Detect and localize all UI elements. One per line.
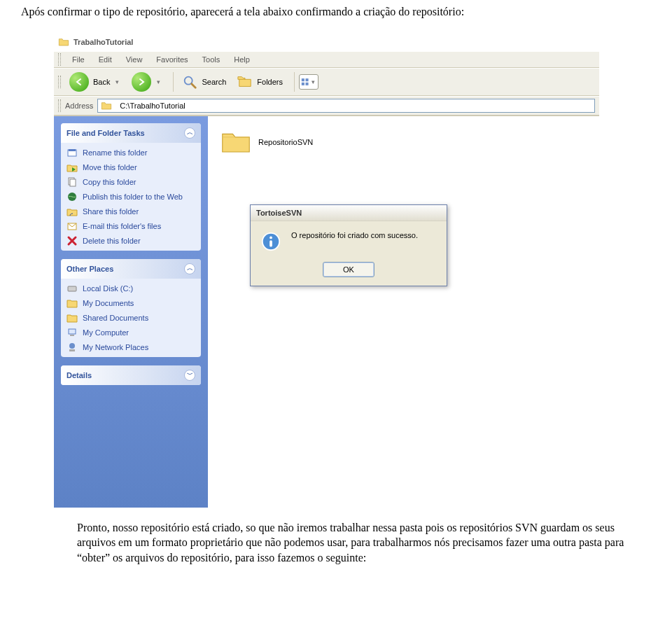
search-button[interactable]: Search: [178, 73, 230, 91]
dialog-body: O repositório foi criado com sucesso.: [251, 221, 447, 258]
folders-label: Folders: [257, 78, 283, 86]
place-shared-documents[interactable]: Shared Documents: [66, 312, 195, 323]
address-path: C:\TrabalhoTutorial: [120, 102, 185, 110]
disk-icon: [66, 283, 78, 294]
svg-point-15: [69, 343, 75, 349]
folder-icon: [66, 312, 78, 323]
forward-arrow-icon: [132, 72, 151, 92]
place-label: My Documents: [83, 299, 134, 307]
menu-favorites[interactable]: Favorites: [149, 54, 195, 65]
address-bar: Address C:\TrabalhoTutorial: [54, 96, 599, 116]
chevron-up-icon[interactable]: ︿: [184, 263, 195, 274]
toolbar-grip-icon: [58, 76, 61, 88]
place-my-computer[interactable]: My Computer: [66, 327, 195, 338]
panel-body: Rename this folder Move this folder Copy…: [61, 143, 201, 251]
rename-icon: [66, 147, 78, 158]
toolbar-grip-icon: [58, 53, 61, 66]
task-label: Copy this folder: [83, 178, 136, 186]
ok-button[interactable]: OK: [323, 262, 374, 277]
address-input[interactable]: C:\TrabalhoTutorial: [97, 99, 595, 113]
panel-header[interactable]: File and Folder Tasks ︿: [61, 123, 201, 143]
chevron-down-icon[interactable]: ﹀: [184, 370, 195, 381]
place-label: My Computer: [83, 328, 129, 337]
svg-rect-12: [68, 286, 76, 291]
svg-rect-16: [69, 349, 75, 351]
copy-icon: [66, 176, 78, 188]
views-button[interactable]: ▾: [299, 74, 318, 90]
panel-header[interactable]: Other Places ︿: [61, 259, 201, 279]
file-pane[interactable]: RepositorioSVN TortoiseSVN O repositório…: [208, 116, 599, 508]
menubar: File Edit View Favorites Tools Help: [54, 51, 599, 68]
task-share[interactable]: Share this folder: [66, 206, 195, 217]
folders-button[interactable]: Folders: [233, 73, 287, 91]
svg-rect-7: [69, 149, 76, 151]
panel-body: Local Disk (C:) My Documents Shared Docu…: [61, 279, 201, 357]
svg-line-1: [192, 83, 196, 88]
svg-rect-9: [70, 179, 76, 186]
task-copy[interactable]: Copy this folder: [66, 176, 195, 188]
mail-icon: [66, 221, 78, 232]
chevron-up-icon[interactable]: ︿: [184, 127, 195, 139]
place-local-disk[interactable]: Local Disk (C:): [66, 283, 195, 294]
views-icon: [301, 77, 310, 87]
magnifier-icon: [182, 74, 197, 90]
task-email[interactable]: E-mail this folder's files: [66, 221, 195, 232]
task-label: Share this folder: [83, 207, 139, 216]
folders-icon: [237, 74, 253, 90]
menu-view[interactable]: View: [119, 54, 150, 65]
task-label: Move this folder: [83, 163, 137, 172]
delete-icon: [66, 235, 78, 246]
dropdown-icon[interactable]: ▾: [155, 78, 162, 85]
folder-name: RepositorioSVN: [258, 138, 313, 146]
doc-body-paragraph: Pronto, nosso repositório está criado, s…: [0, 513, 672, 573]
place-my-documents[interactable]: My Documents: [66, 298, 195, 309]
folder-icon: [66, 298, 78, 309]
explorer-sidebar: File and Folder Tasks ︿ Rename this fold…: [54, 116, 208, 508]
task-label: Publish this folder to the Web: [83, 193, 183, 201]
back-label: Back: [93, 78, 110, 86]
task-label: Rename this folder: [83, 148, 147, 157]
panel-file-folder-tasks: File and Folder Tasks ︿ Rename this fold…: [61, 123, 201, 251]
svg-rect-20: [270, 240, 272, 246]
panel-title: Other Places: [66, 265, 113, 273]
menu-edit[interactable]: Edit: [92, 54, 119, 65]
dialog-titlebar: TortoiseSVN: [251, 205, 447, 221]
dropdown-icon[interactable]: ▾: [114, 78, 120, 85]
explorer-window: TrabalhoTutorial File Edit View Favorite…: [53, 32, 599, 508]
task-publish[interactable]: Publish this folder to the Web: [66, 191, 195, 202]
navigation-toolbar: Back ▾ ▾ Search Folders: [54, 68, 599, 96]
info-icon: [260, 231, 281, 252]
svg-rect-13: [69, 329, 76, 334]
folder-icon: [58, 37, 69, 47]
menu-file[interactable]: File: [65, 54, 92, 65]
task-delete[interactable]: Delete this folder: [66, 235, 195, 246]
dialog-message: O repositório foi criado com sucesso.: [291, 231, 418, 239]
place-label: Local Disk (C:): [83, 284, 133, 293]
panel-title: Details: [66, 371, 92, 379]
svg-point-19: [270, 236, 272, 239]
svg-rect-3: [306, 78, 309, 81]
dialog-button-row: OK: [251, 258, 447, 286]
search-label: Search: [202, 78, 226, 86]
tortoisesvn-dialog: TortoiseSVN O repositório foi criado com…: [250, 204, 447, 286]
svg-rect-5: [306, 82, 309, 85]
place-network-places[interactable]: My Network Places: [66, 342, 195, 353]
folder-item[interactable]: RepositorioSVN: [216, 125, 591, 160]
computer-icon: [66, 327, 78, 338]
panel-header[interactable]: Details ﹀: [61, 365, 201, 385]
place-label: Shared Documents: [83, 314, 148, 322]
globe-icon: [66, 191, 78, 202]
folder-icon: [220, 129, 251, 155]
back-button[interactable]: Back ▾: [65, 71, 125, 93]
forward-button[interactable]: ▾: [127, 71, 166, 93]
menu-tools[interactable]: Tools: [195, 54, 227, 65]
address-label: Address: [65, 102, 93, 110]
share-icon: [66, 206, 78, 217]
toolbar-separator: [294, 72, 295, 92]
menu-help[interactable]: Help: [227, 54, 257, 65]
task-rename[interactable]: Rename this folder: [66, 147, 195, 158]
task-move[interactable]: Move this folder: [66, 162, 195, 173]
task-label: Delete this folder: [83, 237, 141, 245]
place-label: My Network Places: [83, 343, 148, 351]
panel-title: File and Folder Tasks: [66, 129, 145, 137]
